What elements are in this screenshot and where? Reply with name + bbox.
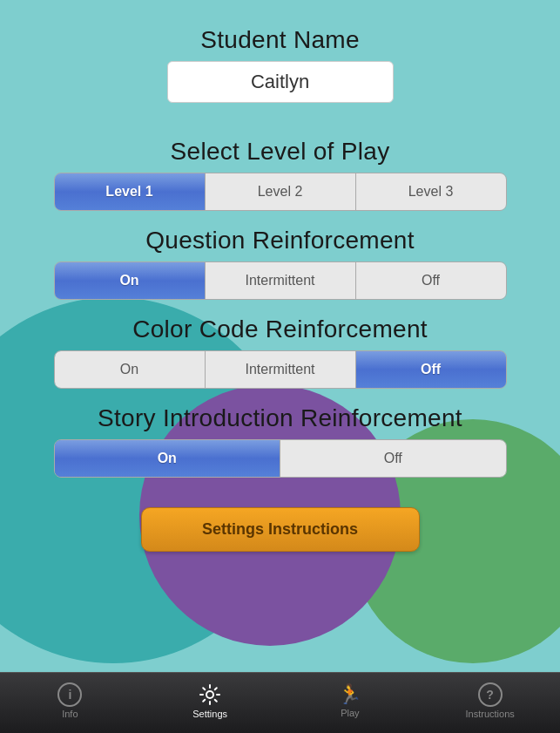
tab-instructions[interactable]: ? Instructions bbox=[420, 682, 560, 724]
story-off-button[interactable]: Off bbox=[280, 440, 506, 477]
color-code-control: On Intermittent Off bbox=[54, 350, 507, 389]
play-icon: 🏃 bbox=[338, 683, 361, 706]
color-off-button[interactable]: Off bbox=[356, 351, 506, 388]
tab-settings-label: Settings bbox=[192, 709, 227, 719]
level-3-button[interactable]: Level 3 bbox=[356, 173, 506, 210]
story-intro-section: Story Introduction Reinforcement On Off bbox=[35, 404, 525, 478]
tab-bar: i Info Settings 🏃 Play ? Instructions bbox=[0, 672, 560, 733]
color-code-label: Color Code Reinforcement bbox=[132, 316, 428, 343]
story-intro-label: Story Introduction Reinforcement bbox=[98, 404, 462, 432]
question-intermittent-button[interactable]: Intermittent bbox=[206, 262, 356, 299]
color-code-section: Color Code Reinforcement On Intermittent… bbox=[35, 316, 525, 389]
question-reinforcement-control: On Intermittent Off bbox=[54, 261, 507, 300]
tab-play[interactable]: 🏃 Play bbox=[280, 683, 421, 723]
level-of-play-label: Select Level of Play bbox=[171, 138, 390, 166]
color-intermittent-button[interactable]: Intermittent bbox=[206, 351, 356, 388]
story-intro-control: On Off bbox=[54, 439, 507, 478]
info-icon: i bbox=[57, 682, 82, 707]
instructions-icon: ? bbox=[478, 682, 503, 707]
level-1-button[interactable]: Level 1 bbox=[55, 173, 206, 210]
story-on-button[interactable]: On bbox=[55, 440, 281, 477]
level-2-button[interactable]: Level 2 bbox=[206, 173, 356, 210]
svg-point-0 bbox=[206, 691, 213, 698]
level-of-play-section: Select Level of Play Level 1 Level 2 Lev… bbox=[35, 138, 525, 211]
tab-info[interactable]: i Info bbox=[0, 682, 140, 724]
question-reinforcement-section: Question Reinforcement On Intermittent O… bbox=[35, 227, 525, 300]
main-content: Student Name Select Level of Play Level … bbox=[0, 0, 560, 552]
tab-info-label: Info bbox=[62, 709, 78, 719]
tab-instructions-label: Instructions bbox=[466, 709, 515, 719]
question-off-button[interactable]: Off bbox=[356, 262, 506, 299]
question-reinforcement-label: Question Reinforcement bbox=[145, 227, 415, 255]
question-on-button[interactable]: On bbox=[55, 262, 206, 299]
student-name-section: Student Name bbox=[35, 26, 525, 122]
level-segmented-control: Level 1 Level 2 Level 3 bbox=[54, 173, 507, 211]
student-name-input[interactable] bbox=[167, 61, 394, 103]
tab-play-label: Play bbox=[341, 708, 359, 718]
settings-instructions-button[interactable]: Settings Instructions bbox=[141, 507, 420, 552]
tab-settings[interactable]: Settings bbox=[140, 682, 280, 724]
settings-icon bbox=[198, 682, 222, 707]
color-on-button[interactable]: On bbox=[55, 351, 206, 388]
student-name-label: Student Name bbox=[200, 26, 360, 54]
